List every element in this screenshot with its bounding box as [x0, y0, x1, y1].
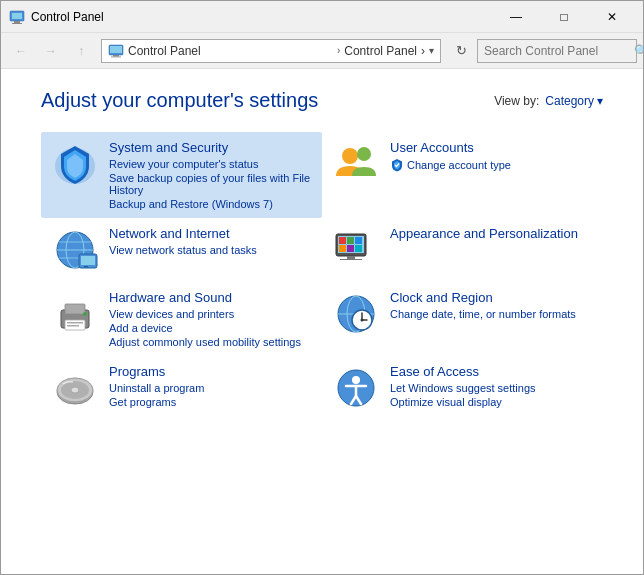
- svg-rect-7: [111, 56, 121, 57]
- svg-rect-17: [81, 256, 95, 265]
- svg-rect-22: [347, 237, 354, 244]
- svg-rect-33: [67, 322, 83, 324]
- programs-title[interactable]: Programs: [109, 364, 312, 379]
- category-system-security[interactable]: System and Security Review your computer…: [41, 132, 322, 218]
- back-button[interactable]: ←: [7, 37, 35, 65]
- clock-region-links: Change date, time, or number formats: [390, 308, 593, 320]
- system-security-icon: [51, 140, 99, 188]
- view-by-label: View by:: [494, 94, 539, 108]
- system-security-title[interactable]: System and Security: [109, 140, 312, 155]
- get-programs-link[interactable]: Get programs: [109, 396, 312, 408]
- svg-rect-3: [12, 23, 22, 24]
- clock-region-title[interactable]: Clock and Region: [390, 290, 593, 305]
- view-by-control: View by: Category ▾: [494, 94, 603, 108]
- forward-button[interactable]: →: [37, 37, 65, 65]
- ease-of-access-title[interactable]: Ease of Access: [390, 364, 593, 379]
- mobility-settings-link[interactable]: Adjust commonly used mobility settings: [109, 336, 312, 348]
- page-header: Adjust your computer's settings View by:…: [41, 89, 603, 112]
- category-network-internet[interactable]: Network and Internet View network status…: [41, 218, 322, 282]
- user-accounts-title[interactable]: User Accounts: [390, 140, 593, 155]
- svg-rect-2: [14, 21, 20, 23]
- search-icon: 🔍: [634, 44, 644, 58]
- appearance-content: Appearance and Personalization: [390, 226, 593, 244]
- appearance-icon: [332, 226, 380, 274]
- refresh-button[interactable]: ↻: [447, 39, 475, 63]
- svg-rect-18: [84, 266, 88, 268]
- uninstall-link[interactable]: Uninstall a program: [109, 382, 312, 394]
- add-device-link[interactable]: Add a device: [109, 322, 312, 334]
- page-title: Adjust your computer's settings: [41, 89, 318, 112]
- title-bar: Control Panel — □ ✕: [1, 1, 643, 33]
- svg-point-41: [361, 319, 364, 322]
- network-internet-icon: [51, 226, 99, 274]
- hardware-sound-title[interactable]: Hardware and Sound: [109, 290, 312, 305]
- review-status-link[interactable]: Review your computer's status: [109, 158, 312, 170]
- optimize-visual-link[interactable]: Optimize visual display: [390, 396, 593, 408]
- address-current: Control Panel: [344, 44, 417, 58]
- address-path: Control Panel: [128, 44, 337, 58]
- backup-restore-link[interactable]: Backup and Restore (Windows 7): [109, 198, 312, 210]
- hardware-sound-content: Hardware and Sound View devices and prin…: [109, 290, 312, 348]
- shield-badge-icon: [390, 158, 404, 172]
- view-devices-link[interactable]: View devices and printers: [109, 308, 312, 320]
- svg-rect-27: [347, 256, 355, 259]
- maximize-button[interactable]: □: [541, 1, 587, 33]
- svg-point-9: [342, 148, 358, 164]
- change-date-link[interactable]: Change date, time, or number formats: [390, 308, 593, 320]
- close-button[interactable]: ✕: [589, 1, 635, 33]
- network-internet-links: View network status and tasks: [109, 244, 312, 256]
- category-ease-of-access[interactable]: Ease of Access Let Windows suggest setti…: [322, 356, 603, 420]
- app-icon: [9, 9, 25, 25]
- windows-suggest-link[interactable]: Let Windows suggest settings: [390, 382, 593, 394]
- programs-icon: [51, 364, 99, 412]
- navigation-bar: ← → ↑ Control Panel › Control Panel › ▾ …: [1, 33, 643, 69]
- main-content: Adjust your computer's settings View by:…: [1, 69, 643, 575]
- network-status-link[interactable]: View network status and tasks: [109, 244, 312, 256]
- network-internet-title[interactable]: Network and Internet: [109, 226, 312, 241]
- appearance-title[interactable]: Appearance and Personalization: [390, 226, 593, 241]
- svg-rect-6: [113, 55, 119, 57]
- svg-rect-21: [339, 237, 346, 244]
- svg-rect-5: [110, 46, 122, 53]
- svg-rect-26: [355, 245, 362, 252]
- svg-rect-34: [67, 325, 79, 327]
- save-backup-link[interactable]: Save backup copies of your files with Fi…: [109, 172, 312, 196]
- change-account-type-link[interactable]: Change account type: [390, 158, 593, 172]
- svg-rect-1: [12, 13, 22, 19]
- svg-point-10: [357, 147, 371, 161]
- address-icon: [108, 43, 124, 59]
- svg-point-32: [83, 312, 87, 316]
- user-accounts-links: Change account type: [390, 158, 593, 172]
- view-by-dropdown[interactable]: Category ▾: [545, 94, 603, 108]
- category-hardware-sound[interactable]: Hardware and Sound View devices and prin…: [41, 282, 322, 356]
- category-appearance[interactable]: Appearance and Personalization: [322, 218, 603, 282]
- system-security-links: Review your computer's status Save backu…: [109, 158, 312, 210]
- category-programs[interactable]: Programs Uninstall a program Get program…: [41, 356, 322, 420]
- user-accounts-content: User Accounts Change account type: [390, 140, 593, 172]
- clock-region-icon: [332, 290, 380, 338]
- user-accounts-icon: [332, 140, 380, 188]
- programs-content: Programs Uninstall a program Get program…: [109, 364, 312, 408]
- ease-of-access-links: Let Windows suggest settings Optimize vi…: [390, 382, 593, 408]
- hardware-sound-links: View devices and printers Add a device A…: [109, 308, 312, 348]
- clock-region-content: Clock and Region Change date, time, or n…: [390, 290, 593, 320]
- search-bar[interactable]: 🔍: [477, 39, 637, 63]
- address-bar[interactable]: Control Panel › Control Panel › ▾: [101, 39, 441, 63]
- categories-grid: System and Security Review your computer…: [41, 132, 603, 420]
- system-security-content: System and Security Review your computer…: [109, 140, 312, 210]
- category-clock-region[interactable]: Clock and Region Change date, time, or n…: [322, 282, 603, 356]
- svg-rect-28: [340, 259, 362, 260]
- minimize-button[interactable]: —: [493, 1, 539, 33]
- svg-rect-30: [65, 304, 85, 314]
- svg-rect-25: [347, 245, 354, 252]
- up-button[interactable]: ↑: [67, 37, 95, 65]
- window-controls: — □ ✕: [493, 1, 635, 33]
- window-title: Control Panel: [31, 10, 493, 24]
- ease-of-access-icon: [332, 364, 380, 412]
- category-user-accounts[interactable]: User Accounts Change account type: [322, 132, 603, 218]
- ease-of-access-content: Ease of Access Let Windows suggest setti…: [390, 364, 593, 408]
- view-by-value: Category: [545, 94, 594, 108]
- view-by-chevron: ▾: [597, 94, 603, 108]
- search-input[interactable]: [484, 44, 634, 58]
- svg-point-48: [352, 376, 360, 384]
